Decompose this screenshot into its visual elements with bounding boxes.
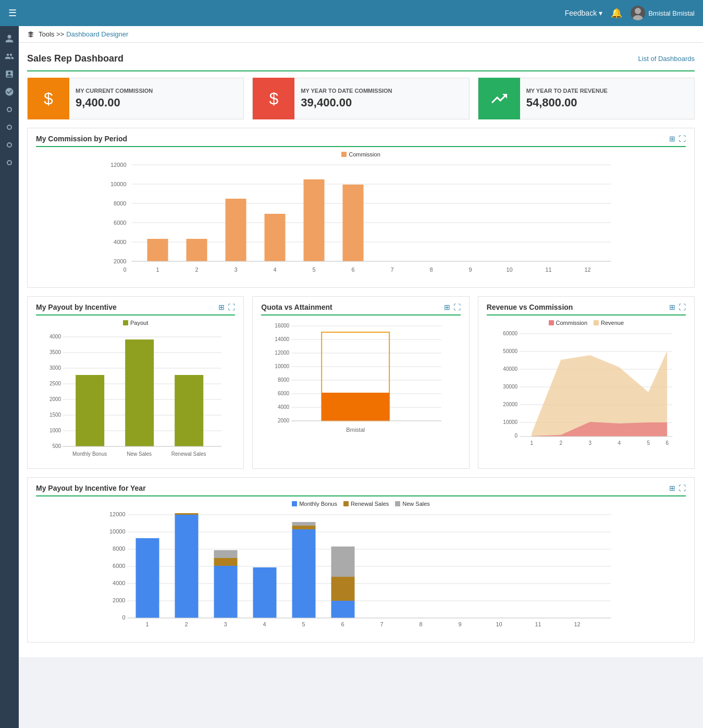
chart-payout-for-year: My Payout by Incentive for Year ⊞ ⛶ Mont…: [27, 477, 695, 642]
circle-icon-4: [7, 160, 12, 165]
chart4-title: Revenue vs Commission: [487, 303, 573, 311]
kpi-value-3: 54,800.00: [526, 96, 608, 110]
svg-text:2000: 2000: [278, 418, 290, 423]
svg-text:11: 11: [535, 621, 541, 627]
breadcrumb: Tools >> Dashboard Designer: [19, 26, 703, 43]
kpi-icon-dollar-2: $: [253, 78, 294, 119]
chart5-legend: Monthly Bonus Renewal Sales New Sales: [36, 501, 686, 507]
chart4-icons: ⊞ ⛶: [669, 303, 686, 311]
circle-icon-3: [7, 142, 12, 148]
sidebar: [0, 26, 19, 728]
chart1-table-icon[interactable]: ⊞: [669, 135, 675, 143]
chart4-svg: 60000 50000 40000 30000 20000 10000 0: [487, 328, 686, 453]
svg-text:500: 500: [52, 443, 61, 449]
svg-text:2500: 2500: [50, 381, 61, 386]
svg-rect-20: [343, 185, 364, 261]
sidebar-item-1[interactable]: [1, 30, 18, 47]
chart5-expand-icon[interactable]: ⛶: [679, 484, 686, 492]
svg-text:7: 7: [390, 266, 393, 273]
svg-rect-18: [265, 214, 286, 261]
bell-icon[interactable]: 🔔: [611, 7, 622, 19]
svg-text:6000: 6000: [114, 220, 126, 226]
svg-text:5: 5: [647, 440, 650, 446]
avatar: [631, 6, 645, 20]
svg-rect-16: [187, 239, 207, 261]
svg-rect-119: [253, 567, 277, 618]
chart1-svg: 12000 10000 8000 6000 4000 2000 0: [36, 160, 686, 280]
chart1-header: My Commission by Period ⊞ ⛶: [36, 135, 686, 147]
svg-text:60000: 60000: [503, 331, 517, 336]
svg-rect-15: [147, 239, 168, 261]
kpi-text-1: MY CURRENT COMMISSION 9,400.00: [69, 88, 159, 110]
chart-payout-by-incentive: My Payout by Incentive ⊞ ⛶ Payout 4000 3: [27, 296, 244, 469]
svg-text:10000: 10000: [503, 419, 517, 425]
kpi-value-2: 39,400.00: [301, 96, 392, 110]
chart2-table-icon[interactable]: ⊞: [218, 303, 225, 311]
sidebar-item-7[interactable]: [1, 137, 18, 153]
chart5-table-icon[interactable]: ⊞: [669, 484, 675, 492]
kpi-value-1: 9,400.00: [76, 96, 153, 110]
sidebar-item-2[interactable]: [1, 48, 18, 65]
chart5-legend1-label: Monthly Bonus: [299, 501, 337, 507]
dashboard-title: Sales Rep Dashboard: [27, 53, 124, 64]
list-of-dashboards-link[interactable]: List of Dashboards: [638, 55, 695, 63]
svg-text:16000: 16000: [275, 323, 290, 329]
sidebar-item-4[interactable]: [1, 83, 18, 100]
svg-text:6: 6: [665, 440, 669, 446]
svg-text:4000: 4000: [278, 404, 290, 410]
sidebar-item-5[interactable]: [1, 101, 18, 118]
chart5-svg: 12000 10000 8000 6000 4000 2000 0: [36, 509, 686, 634]
svg-text:3: 3: [234, 266, 237, 273]
kpi-text-2: MY YEAR TO DATE COMMISSION 39,400.00: [294, 88, 398, 110]
svg-text:30000: 30000: [503, 384, 517, 390]
chart3-expand-icon[interactable]: ⛶: [453, 303, 461, 311]
chart4-expand-icon[interactable]: ⛶: [679, 303, 686, 311]
user-menu[interactable]: Bmistal Bmistal: [631, 6, 695, 20]
chart4-table-icon[interactable]: ⊞: [669, 303, 675, 311]
svg-text:4: 4: [618, 440, 621, 446]
chart1-legend-item: Commission: [341, 151, 380, 157]
chart3-icons: ⊞ ⛶: [444, 303, 461, 311]
svg-text:50000: 50000: [503, 348, 517, 354]
svg-text:12: 12: [574, 621, 580, 627]
feedback-button[interactable]: Feedback ▾: [565, 9, 602, 17]
chart1-legend: Commission: [36, 151, 686, 157]
kpi-text-3: MY YEAR TO DATE REVENUE 54,800.00: [520, 88, 614, 110]
svg-text:2000: 2000: [50, 396, 61, 402]
svg-text:5: 5: [302, 621, 305, 627]
nav-right: Feedback ▾ 🔔 Bmistal Bmistal: [565, 6, 695, 20]
svg-text:9: 9: [468, 266, 472, 273]
svg-rect-125: [331, 547, 355, 577]
chart2-expand-icon[interactable]: ⛶: [228, 303, 235, 311]
svg-text:12000: 12000: [109, 511, 126, 517]
svg-text:2: 2: [184, 621, 188, 627]
svg-rect-51: [125, 339, 154, 446]
svg-text:4000: 4000: [114, 239, 126, 245]
chart2-icons: ⊞ ⛶: [218, 303, 235, 311]
sidebar-item-3[interactable]: [1, 66, 18, 82]
svg-text:6000: 6000: [278, 391, 290, 396]
svg-text:10: 10: [496, 621, 502, 627]
sidebar-item-8[interactable]: [1, 154, 18, 171]
svg-text:10: 10: [506, 266, 512, 273]
circle-icon-2: [7, 125, 12, 130]
svg-text:Bmistal: Bmistal: [346, 427, 365, 433]
chart5-legend-new: New Sales: [395, 501, 430, 507]
chart1-legend-label: Commission: [349, 151, 380, 157]
svg-text:2000: 2000: [113, 597, 125, 603]
hamburger-icon[interactable]: ☰: [8, 7, 17, 19]
svg-rect-120: [292, 529, 316, 618]
chart2-header: My Payout by Incentive ⊞ ⛶: [36, 303, 235, 316]
chart5-legend-renewal: Renewal Sales: [343, 501, 389, 507]
svg-text:0: 0: [123, 266, 126, 273]
chart4-legend-commission: Commission: [549, 320, 588, 326]
svg-text:1000: 1000: [50, 428, 61, 433]
chart1-expand-icon[interactable]: ⛶: [679, 135, 686, 143]
breadcrumb-link[interactable]: Dashboard Designer: [66, 30, 128, 38]
svg-text:Renewal Sales: Renewal Sales: [171, 451, 206, 457]
chart3-table-icon[interactable]: ⊞: [444, 303, 450, 311]
three-chart-row: My Payout by Incentive ⊞ ⛶ Payout 4000 3: [27, 296, 695, 469]
svg-rect-113: [136, 538, 159, 618]
chart3-header: Quota vs Attainment ⊞ ⛶: [261, 303, 460, 316]
sidebar-item-6[interactable]: [1, 119, 18, 136]
